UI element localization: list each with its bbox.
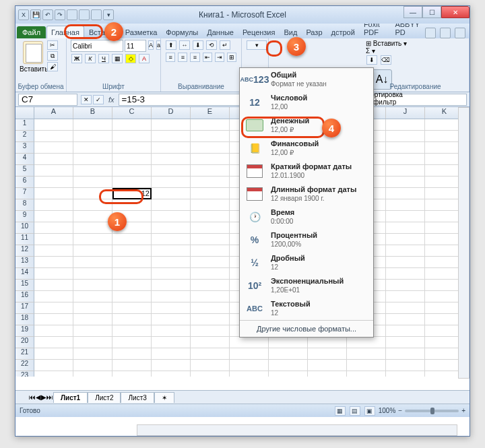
cell[interactable] [308, 337, 347, 348]
cell[interactable] [230, 371, 269, 377]
cell[interactable] [112, 360, 152, 371]
cell[interactable] [34, 337, 73, 348]
cell[interactable] [386, 302, 425, 314]
italic-button[interactable]: К [85, 54, 96, 63]
cell[interactable] [34, 234, 73, 245]
tab-data[interactable]: Данные [203, 26, 238, 38]
wrap-text-icon[interactable]: ↵ [220, 40, 230, 50]
cell[interactable] [152, 371, 191, 377]
cell[interactable] [386, 188, 425, 199]
cell[interactable] [152, 360, 191, 371]
row-header[interactable]: 5 [15, 165, 34, 177]
cell[interactable] [34, 177, 73, 188]
format-painter-icon[interactable]: 🖌 [47, 62, 58, 71]
cell[interactable] [73, 222, 112, 234]
help-icon[interactable] [425, 28, 436, 38]
cell[interactable] [191, 234, 230, 245]
undo-icon[interactable]: ↶ [42, 9, 53, 20]
row-header[interactable]: 15 [15, 280, 34, 291]
cell[interactable] [152, 119, 191, 131]
cell[interactable] [269, 371, 308, 377]
cell[interactable] [152, 131, 191, 142]
cell[interactable] [34, 348, 73, 360]
cell[interactable] [386, 154, 425, 165]
horizontal-scrollbar[interactable] [137, 424, 457, 436]
view-break-icon[interactable]: ▣ [364, 406, 375, 416]
zoom-in-button[interactable]: + [461, 407, 465, 414]
insert-cells-button[interactable]: ⊞ Вставить ▾ [366, 40, 407, 47]
ribbon-icon[interactable] [440, 28, 451, 38]
align-middle-icon[interactable]: ↔ [179, 40, 190, 50]
cell[interactable] [34, 188, 73, 199]
autosum-icon[interactable]: Σ ▾ [366, 47, 407, 55]
cell[interactable] [34, 165, 73, 177]
enter-icon[interactable]: ✓ [93, 95, 104, 104]
new-sheet-icon[interactable]: ✶ [154, 392, 174, 403]
nf-accounting[interactable]: 📒 Финансовый12,00 ₽ [240, 137, 373, 160]
fx-icon[interactable]: fx [104, 96, 119, 104]
cell[interactable] [386, 199, 425, 211]
cell[interactable] [191, 222, 230, 234]
cell[interactable] [191, 199, 230, 211]
cell[interactable] [112, 154, 152, 165]
view-normal-icon[interactable]: ▦ [335, 406, 346, 416]
cell[interactable] [386, 257, 425, 268]
cell[interactable] [112, 142, 152, 154]
cell[interactable] [386, 325, 425, 337]
cell[interactable] [347, 371, 386, 377]
cell[interactable] [34, 280, 73, 291]
cell[interactable] [152, 257, 191, 268]
cell[interactable] [73, 177, 112, 188]
cell[interactable] [152, 234, 191, 245]
cell[interactable] [386, 371, 425, 377]
nf-more-formats[interactable]: Другие числовые форматы... [240, 320, 373, 337]
col-header[interactable]: C [112, 107, 152, 119]
tab-nav-last-icon[interactable]: ⏭ [46, 393, 53, 401]
close-button[interactable]: ✕ [441, 6, 470, 18]
sheet-tab[interactable]: Лист1 [53, 392, 88, 403]
cell[interactable] [191, 245, 230, 257]
tab-file[interactable]: Файл [17, 26, 46, 38]
cell[interactable] [152, 211, 191, 222]
col-header[interactable]: D [152, 107, 191, 119]
row-header[interactable]: 10 [15, 222, 34, 234]
col-header[interactable]: A [34, 107, 73, 119]
cell[interactable] [152, 280, 191, 291]
qat-btn[interactable] [67, 9, 77, 20]
cell[interactable] [73, 302, 112, 314]
cell[interactable] [386, 314, 425, 325]
decrease-font-icon[interactable]: a [156, 40, 161, 50]
tab-formulas[interactable]: Формулы [162, 26, 202, 38]
clear-icon[interactable]: ⌫ [381, 55, 391, 65]
cell[interactable] [73, 325, 112, 337]
select-all-corner[interactable] [15, 107, 34, 119]
cell[interactable] [112, 165, 152, 177]
cell[interactable] [269, 348, 308, 360]
row-header[interactable]: 22 [15, 360, 34, 371]
nf-fraction[interactable]: ½ Дробный12 [240, 251, 373, 274]
cell[interactable] [34, 211, 73, 222]
cell[interactable] [34, 371, 73, 377]
redo-icon[interactable]: ↷ [55, 9, 65, 20]
row-header[interactable]: 17 [15, 302, 34, 314]
zoom-out-button[interactable]: − [398, 407, 402, 414]
cell[interactable] [112, 325, 152, 337]
orientation-icon[interactable]: ⟲ [206, 40, 217, 50]
tab-nav-prev-icon[interactable]: ◀ [36, 393, 41, 401]
row-header[interactable]: 14 [15, 268, 34, 280]
cell[interactable] [73, 337, 112, 348]
cell[interactable] [191, 360, 230, 371]
number-format-dropdown[interactable]: ▾ [247, 40, 267, 50]
cell[interactable] [191, 337, 230, 348]
cell[interactable] [386, 291, 425, 302]
cell[interactable] [73, 314, 112, 325]
nf-time[interactable]: 🕐 Время0:00:00 [240, 205, 373, 228]
maximize-button[interactable]: ☐ [422, 6, 441, 18]
row-header[interactable]: 3 [15, 142, 34, 154]
cell[interactable] [191, 142, 230, 154]
cell[interactable] [191, 302, 230, 314]
sheet-tab[interactable]: Лист3 [121, 392, 154, 403]
cell[interactable] [191, 211, 230, 222]
cell[interactable] [386, 165, 425, 177]
col-header[interactable]: E [191, 107, 230, 119]
